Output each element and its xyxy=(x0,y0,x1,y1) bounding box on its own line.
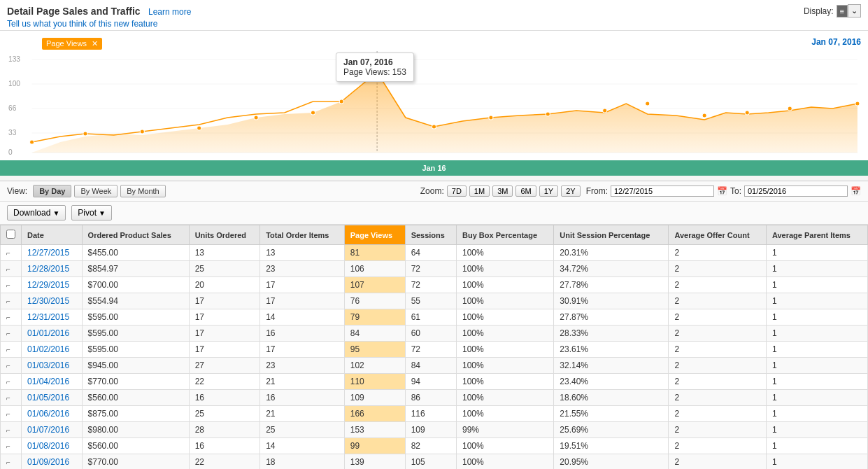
row-avg-parent: 1 xyxy=(766,406,867,422)
row-avg-parent: 1 xyxy=(766,277,867,293)
col-header-sessions[interactable]: Sessions xyxy=(405,225,456,245)
timeline-2015: 2015 xyxy=(421,181,438,182)
row-page-views: 99 xyxy=(344,438,405,454)
table-row: ⌐01/02/2016$595.0017179572100%23.61%21 xyxy=(1,342,868,358)
col-header-avg-offer[interactable]: Average Offer Count xyxy=(669,225,767,245)
row-page-views: 106 xyxy=(344,261,405,277)
zoom-3m-btn[interactable]: 3M xyxy=(492,186,513,197)
row-expand-icon[interactable]: ⌐ xyxy=(6,362,10,370)
row-expand-icon[interactable]: ⌐ xyxy=(6,249,10,257)
row-checkbox-cell: ⌐ xyxy=(1,245,22,261)
row-date: 01/04/2016 xyxy=(22,374,83,390)
col-header-avg-parent[interactable]: Average Parent Items xyxy=(766,225,867,245)
row-avg-parent: 1 xyxy=(766,422,867,438)
metric-tag: Page Views ✕ xyxy=(42,38,102,50)
row-checkbox-cell: ⌐ xyxy=(1,293,22,309)
col-header-checkbox[interactable] xyxy=(1,225,22,245)
svg-point-15 xyxy=(197,126,201,130)
to-date-input[interactable] xyxy=(744,186,848,197)
row-buy-box: 100% xyxy=(457,454,554,470)
row-sessions: 109 xyxy=(405,422,456,438)
table-header-row: Date Ordered Product Sales Units Ordered… xyxy=(1,225,868,245)
from-date-input[interactable] xyxy=(611,186,714,197)
learn-more-link[interactable]: Learn more xyxy=(148,7,191,17)
tooltip-value: Page Views: 153 xyxy=(343,67,406,77)
row-date: 01/01/2016 xyxy=(22,326,83,342)
row-date: 01/06/2016 xyxy=(22,406,83,422)
row-sessions: 94 xyxy=(405,374,456,390)
zoom-6m-btn[interactable]: 6M xyxy=(515,186,536,197)
svg-point-12 xyxy=(30,140,34,144)
row-buy-box: 100% xyxy=(457,438,554,454)
row-unit-session: 25.69% xyxy=(554,422,669,438)
row-expand-icon[interactable]: ⌐ xyxy=(6,442,10,450)
from-calendar-icon[interactable]: 📅 xyxy=(717,186,727,196)
row-total-order-items: 14 xyxy=(260,309,345,326)
zoom-7d-btn[interactable]: 7D xyxy=(447,186,467,197)
row-units-ordered: 16 xyxy=(189,390,260,406)
date-range: From: 📅 To: 📅 xyxy=(586,186,861,197)
row-checkbox-cell: ⌐ xyxy=(1,277,22,293)
row-expand-icon[interactable]: ⌐ xyxy=(6,458,10,466)
row-total-order-items: 23 xyxy=(260,261,345,277)
row-avg-offer: 2 xyxy=(669,374,767,390)
row-expand-icon[interactable]: ⌐ xyxy=(6,265,10,273)
metric-tag-remove[interactable]: ✕ xyxy=(92,39,98,48)
zoom-1m-btn[interactable]: 1M xyxy=(469,186,490,197)
zoom-controls: Zoom: 7D 1M 3M 6M 1Y 2Y xyxy=(420,186,581,197)
row-expand-icon[interactable]: ⌐ xyxy=(6,410,10,418)
row-unit-session: 27.87% xyxy=(554,309,669,326)
row-total-order-items: 25 xyxy=(260,422,345,438)
row-expand-icon[interactable]: ⌐ xyxy=(6,378,10,386)
chart-svg: 133 100 66 33 0 xyxy=(7,51,861,156)
col-header-buy-box[interactable]: Buy Box Percentage xyxy=(457,225,554,245)
pivot-arrow-icon: ▼ xyxy=(99,209,106,217)
to-label: To: xyxy=(730,186,741,196)
view-by-day-btn[interactable]: By Day xyxy=(33,185,71,197)
row-expand-icon[interactable]: ⌐ xyxy=(6,426,10,434)
select-all-checkbox[interactable] xyxy=(6,230,15,239)
row-expand-icon[interactable]: ⌐ xyxy=(6,314,10,321)
row-sessions: 72 xyxy=(405,277,456,293)
row-total-order-items: 14 xyxy=(260,438,345,454)
row-ordered-sales: $560.00 xyxy=(82,438,189,454)
col-header-ordered-sales[interactable]: Ordered Product Sales xyxy=(82,225,189,245)
feedback-link[interactable]: Tell us what you think of this new featu… xyxy=(7,19,861,29)
svg-point-27 xyxy=(788,106,792,111)
row-checkbox-cell: ⌐ xyxy=(1,390,22,406)
row-avg-offer: 2 xyxy=(669,422,767,438)
col-header-total-order-items[interactable]: Total Order Items xyxy=(260,225,345,245)
zoom-1y-btn[interactable]: 1Y xyxy=(539,186,558,197)
col-header-page-views[interactable]: Page Views xyxy=(344,225,405,245)
toggle-chart-btn[interactable]: ⌄ xyxy=(848,4,861,18)
row-checkbox-cell: ⌐ xyxy=(1,406,22,422)
view-by-month-btn[interactable]: By Month xyxy=(120,185,165,197)
table-row: ⌐12/29/2015$700.00201710772100%27.78%21 xyxy=(1,277,868,293)
download-btn[interactable]: Download ▼ xyxy=(7,205,66,220)
row-page-views: 76 xyxy=(344,293,405,309)
toggle-table-btn[interactable]: ≡ xyxy=(837,5,848,18)
row-expand-icon[interactable]: ⌐ xyxy=(6,346,10,354)
pivot-btn[interactable]: Pivot ▼ xyxy=(71,205,112,220)
row-total-order-items: 18 xyxy=(260,454,345,470)
view-by-week-btn[interactable]: By Week xyxy=(74,185,118,197)
col-header-unit-session[interactable]: Unit Session Percentage xyxy=(554,225,669,245)
row-unit-session: 21.55% xyxy=(554,406,669,422)
download-label: Download xyxy=(13,208,50,218)
row-expand-icon[interactable]: ⌐ xyxy=(6,330,10,337)
col-header-date[interactable]: Date xyxy=(22,225,83,245)
row-expand-icon[interactable]: ⌐ xyxy=(6,298,10,305)
row-expand-icon[interactable]: ⌐ xyxy=(6,281,10,289)
row-date: 12/28/2015 xyxy=(22,261,83,277)
to-calendar-icon[interactable]: 📅 xyxy=(851,186,861,196)
row-avg-offer: 2 xyxy=(669,277,767,293)
zoom-2y-btn[interactable]: 2Y xyxy=(561,186,580,197)
svg-point-28 xyxy=(855,102,860,106)
row-unit-session: 20.31% xyxy=(554,245,669,261)
col-header-units-ordered[interactable]: Units Ordered xyxy=(189,225,260,245)
row-avg-offer: 2 xyxy=(669,326,767,342)
data-table: Date Ordered Product Sales Units Ordered… xyxy=(0,225,868,469)
row-buy-box: 100% xyxy=(457,309,554,326)
row-expand-icon[interactable]: ⌐ xyxy=(6,394,10,402)
row-date: 01/08/2016 xyxy=(22,438,83,454)
